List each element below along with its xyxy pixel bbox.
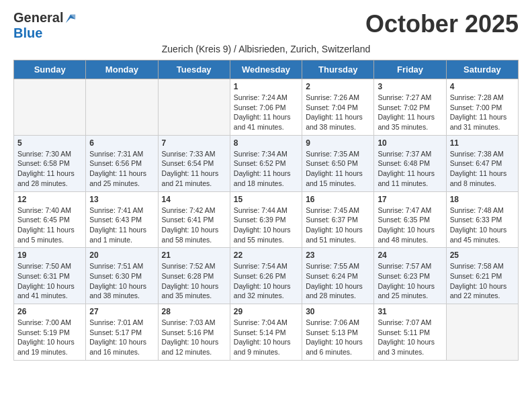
day-info: Sunrise: 7:44 AMSunset: 6:39 PMDaylight:… — [234, 205, 298, 245]
day-info: Sunrise: 7:06 AMSunset: 5:13 PMDaylight:… — [306, 318, 370, 357]
day-info: Sunrise: 7:48 AMSunset: 6:33 PMDaylight:… — [450, 205, 515, 245]
subtitle: Zuerich (Kreis 9) / Albisrieden, Zurich,… — [13, 44, 519, 54]
day-info: Sunrise: 7:41 AMSunset: 6:43 PMDaylight:… — [89, 205, 154, 245]
day-number: 1 — [234, 82, 298, 91]
calendar-cell: 4Sunrise: 7:28 AMSunset: 7:00 PMDaylight… — [446, 79, 518, 136]
calendar-cell: 25Sunrise: 7:58 AMSunset: 6:21 PMDayligh… — [446, 248, 518, 304]
week-row-4: 19Sunrise: 7:50 AMSunset: 6:31 PMDayligh… — [14, 248, 519, 304]
day-number: 11 — [450, 138, 515, 148]
day-info: Sunrise: 7:28 AMSunset: 7:00 PMDaylight:… — [450, 93, 515, 132]
day-number: 29 — [234, 307, 298, 316]
day-info: Sunrise: 7:58 AMSunset: 6:21 PMDaylight:… — [450, 261, 515, 301]
calendar-cell — [446, 304, 518, 361]
col-monday: Monday — [86, 60, 158, 79]
day-info: Sunrise: 7:03 AMSunset: 5:16 PMDaylight:… — [162, 318, 226, 357]
calendar-cell: 29Sunrise: 7:04 AMSunset: 5:14 PMDayligh… — [230, 304, 302, 361]
calendar-cell: 17Sunrise: 7:47 AMSunset: 6:35 PMDayligh… — [374, 191, 446, 248]
day-number: 7 — [162, 138, 226, 148]
day-info: Sunrise: 7:31 AMSunset: 6:56 PMDaylight:… — [89, 149, 154, 189]
month-title: October 2025 — [365, 10, 519, 38]
day-number: 31 — [378, 307, 442, 316]
logo-blue: Blue — [13, 26, 42, 40]
day-info: Sunrise: 7:33 AMSunset: 6:54 PMDaylight:… — [162, 149, 226, 189]
day-number: 23 — [306, 250, 370, 260]
day-number: 5 — [17, 138, 82, 148]
col-saturday: Saturday — [446, 60, 518, 79]
day-info: Sunrise: 7:04 AMSunset: 5:14 PMDaylight:… — [234, 318, 298, 357]
day-number: 17 — [378, 195, 442, 204]
calendar-cell: 9Sunrise: 7:35 AMSunset: 6:50 PMDaylight… — [302, 135, 374, 191]
week-row-5: 26Sunrise: 7:00 AMSunset: 5:19 PMDayligh… — [14, 304, 519, 361]
calendar-cell: 30Sunrise: 7:06 AMSunset: 5:13 PMDayligh… — [302, 304, 374, 361]
day-info: Sunrise: 7:26 AMSunset: 7:04 PMDaylight:… — [306, 93, 370, 132]
header: General Blue October 2025 — [13, 10, 519, 41]
day-number: 9 — [306, 138, 370, 148]
calendar-cell: 22Sunrise: 7:54 AMSunset: 6:26 PMDayligh… — [230, 248, 302, 304]
calendar-cell: 1Sunrise: 7:24 AMSunset: 7:06 PMDaylight… — [230, 79, 302, 136]
day-number: 13 — [89, 195, 154, 204]
day-number: 6 — [89, 138, 154, 148]
day-number: 4 — [450, 82, 515, 91]
day-info: Sunrise: 7:34 AMSunset: 6:52 PMDaylight:… — [234, 149, 298, 189]
day-number: 30 — [306, 307, 370, 316]
day-number: 24 — [378, 250, 442, 260]
day-info: Sunrise: 7:42 AMSunset: 6:41 PMDaylight:… — [162, 205, 226, 245]
calendar-cell: 27Sunrise: 7:01 AMSunset: 5:17 PMDayligh… — [86, 304, 158, 361]
day-info: Sunrise: 7:38 AMSunset: 6:47 PMDaylight:… — [450, 149, 515, 189]
calendar-cell — [158, 79, 230, 136]
day-info: Sunrise: 7:47 AMSunset: 6:35 PMDaylight:… — [378, 205, 442, 245]
calendar-cell: 10Sunrise: 7:37 AMSunset: 6:48 PMDayligh… — [374, 135, 446, 191]
calendar-cell: 28Sunrise: 7:03 AMSunset: 5:16 PMDayligh… — [158, 304, 230, 361]
calendar-cell: 6Sunrise: 7:31 AMSunset: 6:56 PMDaylight… — [86, 135, 158, 191]
col-wednesday: Wednesday — [230, 60, 302, 79]
header-row: Sunday Monday Tuesday Wednesday Thursday… — [14, 60, 519, 79]
day-number: 19 — [17, 250, 82, 260]
calendar-cell: 18Sunrise: 7:48 AMSunset: 6:33 PMDayligh… — [446, 191, 518, 248]
col-friday: Friday — [374, 60, 446, 79]
logo-icon — [64, 12, 77, 24]
calendar-cell: 24Sunrise: 7:57 AMSunset: 6:23 PMDayligh… — [374, 248, 446, 304]
calendar-cell: 16Sunrise: 7:45 AMSunset: 6:37 PMDayligh… — [302, 191, 374, 248]
day-info: Sunrise: 7:50 AMSunset: 6:31 PMDaylight:… — [17, 261, 82, 301]
calendar-cell: 14Sunrise: 7:42 AMSunset: 6:41 PMDayligh… — [158, 191, 230, 248]
day-number: 10 — [378, 138, 442, 148]
day-info: Sunrise: 7:24 AMSunset: 7:06 PMDaylight:… — [234, 93, 298, 132]
calendar-cell: 31Sunrise: 7:07 AMSunset: 5:11 PMDayligh… — [374, 304, 446, 361]
day-info: Sunrise: 7:45 AMSunset: 6:37 PMDaylight:… — [306, 205, 370, 245]
col-thursday: Thursday — [302, 60, 374, 79]
day-number: 8 — [234, 138, 298, 148]
calendar-cell: 26Sunrise: 7:00 AMSunset: 5:19 PMDayligh… — [14, 304, 86, 361]
calendar-cell: 5Sunrise: 7:30 AMSunset: 6:58 PMDaylight… — [14, 135, 86, 191]
calendar-cell: 23Sunrise: 7:55 AMSunset: 6:24 PMDayligh… — [302, 248, 374, 304]
day-number: 12 — [17, 195, 82, 204]
calendar-cell: 15Sunrise: 7:44 AMSunset: 6:39 PMDayligh… — [230, 191, 302, 248]
calendar-table: Sunday Monday Tuesday Wednesday Thursday… — [13, 60, 519, 361]
day-info: Sunrise: 7:52 AMSunset: 6:28 PMDaylight:… — [162, 261, 226, 301]
day-number: 2 — [306, 82, 370, 91]
calendar-cell: 19Sunrise: 7:50 AMSunset: 6:31 PMDayligh… — [14, 248, 86, 304]
day-number: 18 — [450, 195, 515, 204]
week-row-3: 12Sunrise: 7:40 AMSunset: 6:45 PMDayligh… — [14, 191, 519, 248]
day-info: Sunrise: 7:00 AMSunset: 5:19 PMDaylight:… — [17, 318, 82, 357]
day-info: Sunrise: 7:01 AMSunset: 5:17 PMDaylight:… — [89, 318, 154, 357]
day-number: 27 — [89, 307, 154, 316]
week-row-2: 5Sunrise: 7:30 AMSunset: 6:58 PMDaylight… — [14, 135, 519, 191]
day-info: Sunrise: 7:57 AMSunset: 6:23 PMDaylight:… — [378, 261, 442, 301]
day-info: Sunrise: 7:27 AMSunset: 7:02 PMDaylight:… — [378, 93, 442, 132]
day-number: 28 — [162, 307, 226, 316]
calendar-cell: 11Sunrise: 7:38 AMSunset: 6:47 PMDayligh… — [446, 135, 518, 191]
day-number: 15 — [234, 195, 298, 204]
day-number: 22 — [234, 250, 298, 260]
calendar-cell — [14, 79, 86, 136]
day-info: Sunrise: 7:40 AMSunset: 6:45 PMDaylight:… — [17, 205, 82, 245]
col-tuesday: Tuesday — [158, 60, 230, 79]
day-info: Sunrise: 7:54 AMSunset: 6:26 PMDaylight:… — [234, 261, 298, 301]
calendar-cell: 13Sunrise: 7:41 AMSunset: 6:43 PMDayligh… — [86, 191, 158, 248]
day-number: 20 — [89, 250, 154, 260]
day-info: Sunrise: 7:30 AMSunset: 6:58 PMDaylight:… — [17, 149, 82, 189]
day-info: Sunrise: 7:51 AMSunset: 6:30 PMDaylight:… — [89, 261, 154, 301]
calendar-cell: 20Sunrise: 7:51 AMSunset: 6:30 PMDayligh… — [86, 248, 158, 304]
day-number: 14 — [162, 195, 226, 204]
day-number: 25 — [450, 250, 515, 260]
day-number: 3 — [378, 82, 442, 91]
